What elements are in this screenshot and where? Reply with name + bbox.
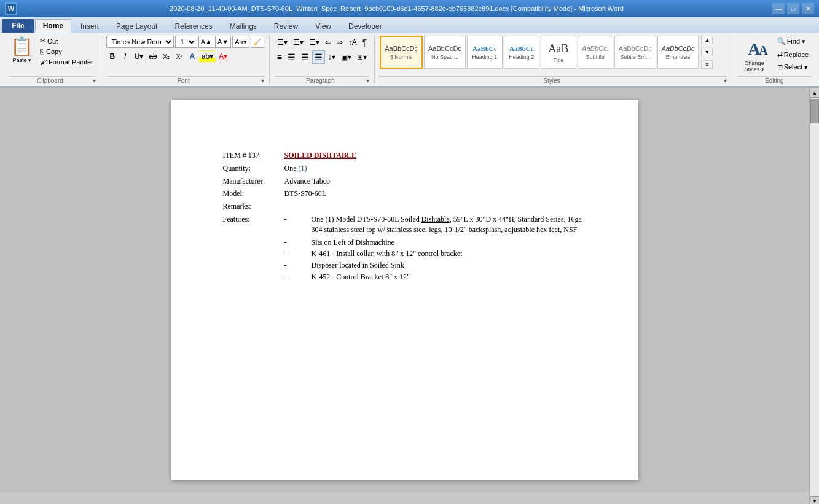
scroll-thumb[interactable] bbox=[810, 99, 819, 123]
feature-text-5: K-452 - Control Bracket 8" x 12" bbox=[312, 272, 410, 282]
grow-font-button[interactable]: A▲ bbox=[198, 36, 214, 48]
feature-item-1: - One (1) Model DTS-S70-60L Soiled Disht… bbox=[284, 214, 587, 235]
highlight-button[interactable]: ab▾ bbox=[199, 50, 216, 63]
style-subtitle-preview: AaBbCc. bbox=[582, 44, 608, 53]
title-bar-controls: — □ ✕ bbox=[772, 3, 814, 14]
style-subtle-em-preview: AaBbCcDc bbox=[619, 44, 652, 53]
quantity-label-cell: Quantity: bbox=[221, 162, 282, 175]
tab-page-layout[interactable]: Page Layout bbox=[108, 19, 165, 33]
style-subtle-em-label: Subtle Em... bbox=[620, 54, 650, 60]
tab-review[interactable]: Review bbox=[266, 19, 306, 33]
copy-button[interactable]: ⎘ Copy bbox=[37, 47, 96, 56]
increase-indent-button[interactable]: ⇒ bbox=[334, 36, 345, 49]
subscript-button[interactable]: X₂ bbox=[160, 50, 173, 63]
align-center-button[interactable]: ☰ bbox=[285, 50, 298, 64]
minimize-button[interactable]: — bbox=[772, 3, 785, 14]
quantity-value-cell: One (1) bbox=[282, 162, 589, 175]
maximize-button[interactable]: □ bbox=[787, 3, 799, 14]
change-styles-label: ChangeStyles ▾ bbox=[745, 60, 764, 72]
align-right-button[interactable]: ☰ bbox=[299, 50, 312, 64]
font-color-button[interactable]: A▾ bbox=[216, 50, 230, 63]
align-left-button[interactable]: ≡ bbox=[275, 50, 284, 64]
style-h1-label: Heading 1 bbox=[472, 54, 497, 60]
styles-more-button[interactable]: ≡ bbox=[701, 60, 713, 69]
style-subtitle[interactable]: AaBbCc. Subtitle bbox=[578, 36, 613, 69]
underline-button[interactable]: U▾ bbox=[132, 50, 146, 63]
format-painter-button[interactable]: 🖌 Format Painter bbox=[37, 57, 96, 67]
sort-button[interactable]: ↕A bbox=[346, 36, 359, 49]
numbering-button[interactable]: ☰▾ bbox=[291, 36, 306, 49]
tab-developer[interactable]: Developer bbox=[340, 19, 390, 33]
feature-indent-4 bbox=[293, 260, 312, 271]
styles-scroll-down[interactable]: ▼ bbox=[701, 48, 713, 56]
features-row: Features: - One (1) Model DTS-S70-60L So… bbox=[221, 213, 589, 285]
scroll-down-button[interactable]: ▼ bbox=[810, 496, 819, 504]
shading-button[interactable]: ▣▾ bbox=[339, 50, 354, 64]
font-size-dropdown[interactable]: 11 bbox=[175, 36, 197, 48]
paragraph-dialog-launcher[interactable]: ▾ bbox=[366, 77, 369, 84]
paste-button[interactable]: 📋 Paste ▾ bbox=[7, 36, 36, 65]
italic-button[interactable]: I bbox=[119, 50, 131, 63]
styles-group-label: Styles ▾ bbox=[380, 76, 726, 85]
clipboard-group: 📋 Paste ▾ ✂ Cut ⎘ Copy bbox=[2, 36, 101, 85]
replace-button[interactable]: ⇄ Replace bbox=[774, 48, 812, 60]
cut-button[interactable]: ✂ Cut bbox=[37, 36, 96, 46]
clipboard-small-buttons: ✂ Cut ⎘ Copy 🖌 Format Painter bbox=[37, 36, 96, 67]
style-heading2[interactable]: AaBbCc Heading 2 bbox=[504, 36, 539, 69]
feature-dash-5: - bbox=[284, 272, 293, 282]
strikethrough-button[interactable]: ab bbox=[146, 50, 159, 63]
text-effects-button[interactable]: A bbox=[186, 50, 198, 63]
vertical-scrollbar[interactable]: ▲ ▼ bbox=[809, 88, 819, 504]
close-button[interactable]: ✕ bbox=[802, 3, 814, 14]
bullets-button[interactable]: ☰▾ bbox=[275, 36, 290, 49]
paste-label: Paste ▾ bbox=[10, 56, 33, 63]
styles-gallery-content: AaBbCcDc ¶ Normal AaBbCcDc No Spaci... A… bbox=[380, 36, 713, 75]
change-case-button[interactable]: Aa▾ bbox=[232, 36, 249, 48]
clipboard-dialog-launcher[interactable]: ▾ bbox=[93, 77, 96, 84]
tab-insert[interactable]: Insert bbox=[72, 19, 107, 33]
style-title[interactable]: AaB Title bbox=[541, 36, 576, 69]
feature-item-3: - K-461 - Install collar, with 8" x 12" … bbox=[284, 249, 587, 259]
decrease-indent-button[interactable]: ⇐ bbox=[323, 36, 334, 49]
style-no-spacing[interactable]: AaBbCcDc No Spaci... bbox=[424, 36, 466, 69]
tab-home[interactable]: Home bbox=[35, 19, 71, 33]
select-button[interactable]: ⊡ Select ▾ bbox=[774, 61, 812, 73]
line-spacing-button[interactable]: ↕▾ bbox=[326, 50, 338, 64]
ribbon: File Home Insert Page Layout References … bbox=[0, 17, 819, 88]
bold-button[interactable]: B bbox=[106, 50, 119, 63]
tab-references[interactable]: References bbox=[167, 19, 220, 33]
style-emphasis[interactable]: AaBbCcDc Emphasis bbox=[657, 36, 699, 69]
style-nospace-preview: AaBbCcDc bbox=[428, 44, 461, 53]
manufacturer-row: Manufacturer: Advance Tabco bbox=[221, 175, 589, 188]
justify-button[interactable]: ☰ bbox=[312, 50, 325, 64]
tab-mailings[interactable]: Mailings bbox=[222, 19, 265, 33]
font-dialog-launcher[interactable]: ▾ bbox=[261, 77, 264, 84]
change-styles-button[interactable]: A A ChangeStyles ▾ bbox=[737, 36, 772, 75]
show-hide-button[interactable]: ¶ bbox=[360, 36, 370, 49]
model-row: Model: DTS-S70-60L bbox=[221, 187, 589, 200]
quantity-blue: (1) bbox=[299, 164, 307, 173]
select-icon: ⊡ bbox=[777, 63, 783, 71]
feature-indent-5 bbox=[293, 272, 312, 282]
document-content-table: ITEM # 137 SOILED DISHTABLE Quantity: bbox=[221, 149, 589, 285]
superscript-button[interactable]: X² bbox=[173, 50, 186, 63]
tab-view[interactable]: View bbox=[307, 19, 339, 33]
styles-dialog-launcher[interactable]: ▾ bbox=[724, 77, 727, 84]
styles-scroll-up[interactable]: ▲ bbox=[701, 36, 713, 44]
tab-file[interactable]: File bbox=[2, 19, 34, 33]
style-subtle-emphasis[interactable]: AaBbCcDc Subtle Em... bbox=[614, 36, 656, 69]
feature-dash-4: - bbox=[284, 260, 293, 271]
clipboard-group-content: 📋 Paste ▾ ✂ Cut ⎘ Copy bbox=[7, 36, 96, 75]
borders-button[interactable]: ⊞▾ bbox=[355, 50, 369, 64]
style-heading1[interactable]: AaBbCc Heading 1 bbox=[467, 36, 503, 69]
style-normal[interactable]: AaBbCcDc ¶ Normal bbox=[380, 36, 423, 69]
manufacturer-label-cell: Manufacturer: bbox=[221, 175, 282, 188]
find-button[interactable]: 🔍 Find ▾ bbox=[774, 36, 812, 47]
item-name-cell: SOILED DISHTABLE bbox=[282, 149, 589, 162]
multilevel-list-button[interactable]: ☰▾ bbox=[307, 36, 322, 49]
style-title-preview: AaB bbox=[548, 41, 568, 56]
shrink-font-button[interactable]: A▼ bbox=[215, 36, 231, 48]
font-family-dropdown[interactable]: Times New Roman bbox=[106, 36, 174, 48]
clear-formatting-button[interactable]: 🧹 bbox=[251, 36, 264, 48]
scroll-up-button[interactable]: ▲ bbox=[810, 88, 819, 98]
